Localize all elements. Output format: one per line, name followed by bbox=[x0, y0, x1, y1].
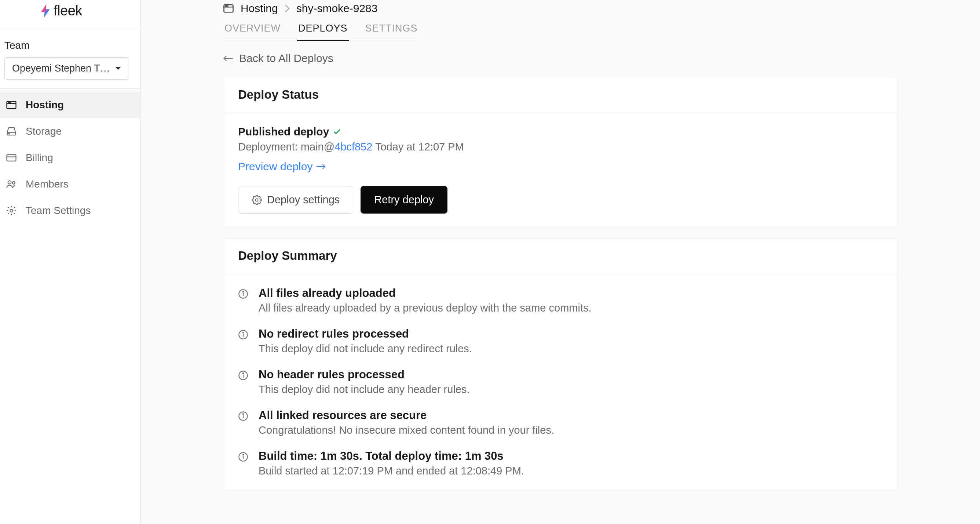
browser-icon bbox=[6, 99, 17, 110]
sidebar-item-billing[interactable]: Billing bbox=[0, 145, 140, 171]
summary-title: All linked resources are secure bbox=[259, 409, 554, 422]
breadcrumb: Hosting shy-smoke-9283 bbox=[223, 2, 898, 15]
tabs: OVERVIEW DEPLOYS SETTINGS bbox=[223, 18, 419, 41]
deploy-meta: Deployment: main@4bcf852 Today at 12:07 … bbox=[238, 141, 883, 153]
svg-point-6 bbox=[9, 133, 10, 134]
team-label: Team bbox=[5, 40, 136, 51]
deploy-settings-button[interactable]: Deploy settings bbox=[238, 186, 353, 213]
tab-overview[interactable]: OVERVIEW bbox=[223, 18, 282, 41]
team-select[interactable]: Opeyemi Stephen T… bbox=[5, 57, 129, 80]
bolt-icon bbox=[40, 4, 51, 18]
svg-point-26 bbox=[243, 373, 243, 374]
arrow-left-icon bbox=[223, 55, 233, 62]
back-link[interactable]: Back to All Deploys bbox=[223, 52, 898, 65]
sidebar: fleek Team Opeyemi Stephen T… Hosting St… bbox=[0, 0, 141, 524]
summary-item: All files already uploaded All files alr… bbox=[238, 287, 883, 314]
deploy-status-card: Deploy Status Published deploy Deploymen… bbox=[223, 77, 898, 227]
retry-deploy-button[interactable]: Retry deploy bbox=[361, 186, 447, 213]
summary-item: No header rules processed This deploy di… bbox=[238, 368, 883, 396]
nav-label: Storage bbox=[25, 126, 62, 137]
preview-deploy-link[interactable]: Preview deploy bbox=[238, 160, 883, 173]
sidebar-item-team-settings[interactable]: Team Settings bbox=[0, 197, 140, 224]
svg-point-15 bbox=[226, 6, 227, 6]
card-icon bbox=[6, 152, 17, 163]
svg-point-10 bbox=[13, 182, 15, 184]
info-icon bbox=[238, 370, 248, 381]
svg-point-16 bbox=[228, 6, 228, 6]
info-icon bbox=[238, 411, 248, 421]
summary-title: No redirect rules processed bbox=[259, 327, 472, 341]
breadcrumb-leaf[interactable]: shy-smoke-9283 bbox=[296, 2, 378, 15]
meta-suffix: Today at 12:07 PM bbox=[372, 141, 464, 153]
summary-desc: All files already uploaded by a previous… bbox=[259, 302, 592, 314]
summary-title: Build time: 1m 30s. Total deploy time: 1… bbox=[259, 449, 524, 463]
svg-point-4 bbox=[11, 102, 11, 103]
preview-link-label: Preview deploy bbox=[238, 160, 312, 173]
card-title: Deploy Summary bbox=[238, 249, 883, 263]
summary-item: Build time: 1m 30s. Total deploy time: 1… bbox=[238, 449, 883, 477]
info-icon bbox=[238, 330, 248, 340]
nav-label: Team Settings bbox=[25, 205, 91, 217]
sidebar-item-members[interactable]: Members bbox=[0, 171, 140, 197]
summary-desc: Congratulations! No insecure mixed conte… bbox=[259, 424, 554, 436]
sidebar-item-storage[interactable]: Storage bbox=[0, 118, 140, 145]
gear-icon bbox=[251, 195, 262, 205]
main: Hosting shy-smoke-9283 OVERVIEW DEPLOYS … bbox=[141, 0, 980, 524]
users-icon bbox=[6, 179, 17, 190]
summary-desc: This deploy did not include any redirect… bbox=[259, 343, 472, 355]
brand-name: fleek bbox=[54, 3, 82, 19]
team-section: Team Opeyemi Stephen T… bbox=[0, 29, 140, 88]
deploy-title: Published deploy bbox=[238, 126, 883, 138]
svg-point-23 bbox=[243, 332, 243, 333]
nav-label: Members bbox=[25, 178, 68, 190]
info-icon bbox=[238, 452, 248, 462]
tab-deploys[interactable]: DEPLOYS bbox=[297, 18, 349, 41]
svg-rect-7 bbox=[7, 154, 16, 161]
nav-label: Billing bbox=[25, 152, 53, 164]
back-link-label: Back to All Deploys bbox=[239, 52, 333, 65]
logo[interactable]: fleek bbox=[0, 0, 140, 29]
arrow-right-icon bbox=[316, 163, 326, 170]
commit-link[interactable]: 4bcf852 bbox=[334, 141, 372, 153]
sidebar-item-hosting[interactable]: Hosting bbox=[0, 92, 140, 118]
svg-point-9 bbox=[8, 181, 11, 184]
info-icon bbox=[238, 289, 248, 299]
check-icon bbox=[332, 127, 342, 136]
svg-point-20 bbox=[243, 291, 243, 292]
button-label: Deploy settings bbox=[267, 194, 340, 206]
deploy-summary-card: Deploy Summary All files already uploade… bbox=[223, 238, 898, 491]
svg-point-17 bbox=[256, 199, 258, 201]
svg-point-32 bbox=[243, 454, 243, 455]
summary-desc: Build started at 12:07:19 PM and ended a… bbox=[259, 465, 524, 477]
caret-down-icon bbox=[115, 67, 121, 71]
summary-title: No header rules processed bbox=[259, 368, 470, 381]
svg-point-3 bbox=[9, 102, 10, 103]
card-title: Deploy Status bbox=[238, 88, 883, 102]
tab-settings[interactable]: SETTINGS bbox=[364, 18, 419, 41]
svg-point-11 bbox=[10, 209, 13, 212]
summary-desc: This deploy did not include any header r… bbox=[259, 384, 470, 396]
summary-item: All linked resources are secure Congratu… bbox=[238, 409, 883, 436]
svg-point-29 bbox=[243, 414, 243, 414]
summary-title: All files already uploaded bbox=[259, 287, 592, 300]
nav-label: Hosting bbox=[25, 99, 64, 111]
svg-point-2 bbox=[8, 102, 8, 103]
browser-icon bbox=[223, 3, 234, 14]
button-label: Retry deploy bbox=[374, 194, 434, 206]
drive-icon bbox=[6, 126, 17, 137]
svg-point-14 bbox=[225, 6, 226, 6]
gear-icon bbox=[6, 205, 17, 216]
nav: Hosting Storage Billing Members Team Set… bbox=[0, 89, 140, 224]
summary-item: No redirect rules processed This deploy … bbox=[238, 327, 883, 355]
deploy-title-text: Published deploy bbox=[238, 126, 329, 138]
chevron-right-icon bbox=[285, 5, 290, 13]
team-name: Opeyemi Stephen T… bbox=[12, 63, 110, 74]
breadcrumb-root[interactable]: Hosting bbox=[240, 2, 278, 15]
meta-prefix: Deployment: main@ bbox=[238, 141, 334, 153]
